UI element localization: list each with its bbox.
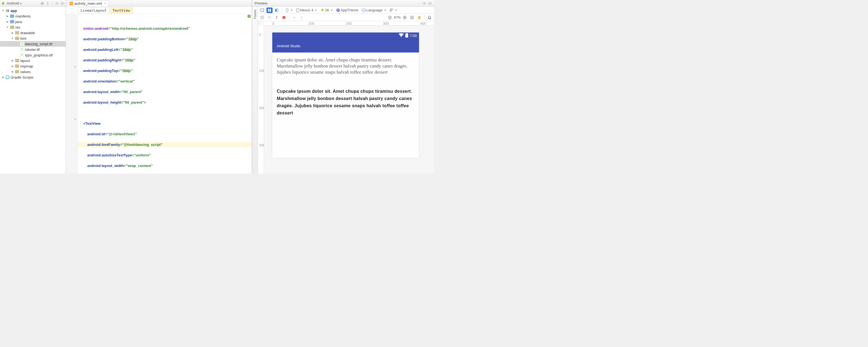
android-icon: [1, 1, 5, 5]
status-bar: 7:00: [272, 32, 419, 39]
svg-rect-9: [275, 9, 276, 12]
hide-icon[interactable]: [61, 1, 64, 5]
collapse-icon[interactable]: [46, 1, 50, 5]
target-icon[interactable]: [40, 1, 44, 5]
variant-dropdown[interactable]: ▼: [389, 8, 398, 12]
svg-rect-15: [390, 10, 391, 11]
notifications-icon[interactable]: [427, 15, 433, 20]
svg-rect-10: [277, 9, 278, 12]
svg-rect-6: [261, 9, 264, 12]
preview-canvas[interactable]: 0 100 200 300 400 0 100 200 300: [258, 21, 434, 174]
svg-point-4: [8, 10, 9, 12]
code-editor[interactable]: ✓ xmlns:android="http://schemas.android.…: [78, 14, 252, 174]
design-view-icon[interactable]: [259, 7, 265, 13]
api-dropdown[interactable]: 26▼: [319, 8, 334, 12]
tree-layout[interactable]: ▶layout: [0, 58, 66, 63]
fold-marker-icon[interactable]: ⊖: [74, 65, 76, 68]
gear-icon[interactable]: [422, 1, 426, 5]
project-view-dropdown[interactable]: Android▼: [7, 1, 22, 5]
preview-header: Preview: [252, 0, 434, 7]
editor-gutter: ⊖ ⊖: [66, 14, 78, 174]
preview-title: Preview: [254, 1, 267, 5]
svg-point-5: [424, 3, 425, 4]
device-frame: 7:00 Android Studio Cupcake ipsum dolor …: [272, 32, 419, 158]
svg-point-2: [56, 3, 58, 4]
tree-gradle-scripts[interactable]: ▶Gradle Scripts: [0, 74, 66, 80]
gear-icon[interactable]: [55, 1, 59, 5]
hide-icon[interactable]: [428, 1, 432, 5]
svg-rect-8: [270, 9, 271, 12]
warnings-icon[interactable]: [281, 15, 287, 20]
device-dropdown[interactable]: Nexus 4▼: [295, 8, 318, 12]
zoom-level: 67%: [394, 15, 401, 20]
svg-rect-12: [297, 9, 299, 12]
preview-panel: Preview Palette ▼ Nexus 4▼ 26▼ AppTheme …: [252, 0, 434, 174]
sigma-icon[interactable]: Σ: [274, 15, 280, 20]
app-bar: Android Studio: [272, 39, 419, 53]
wifi-icon: [399, 33, 404, 38]
tree-values[interactable]: ▶values: [0, 69, 66, 74]
tree-file-typo-graphica[interactable]: Ttypo_graphica.otf: [0, 52, 66, 58]
svg-rect-14: [392, 9, 393, 10]
svg-rect-13: [390, 9, 391, 10]
fold-marker-icon[interactable]: ⊖: [74, 118, 76, 121]
textview-2: Cupcake ipsum dolor sit. Amet chupa chup…: [277, 88, 414, 117]
tree-app[interactable]: ▼app: [0, 8, 66, 13]
breadcrumb-linearlayout[interactable]: LinearLayout: [78, 7, 110, 13]
both-view-icon[interactable]: [274, 7, 280, 13]
project-tree: ▼app ▶manifests ▶java ▼res ▶drawable ▼fo…: [0, 7, 66, 174]
language-dropdown[interactable]: Language▼: [361, 8, 388, 12]
svg-rect-23: [406, 33, 407, 34]
tree-java[interactable]: ▶java: [0, 19, 66, 25]
tab-activity-main[interactable]: <> activity_main.xml ×: [67, 0, 109, 6]
ruler-horizontal: 0 100 200 300 400: [264, 21, 434, 26]
zoom-out-icon[interactable]: [387, 15, 393, 20]
zoom-in-icon[interactable]: [402, 15, 408, 20]
orientation-dropdown[interactable]: ▼: [284, 8, 294, 12]
xml-file-icon: <>: [69, 2, 73, 5]
tree-res[interactable]: ▼res: [0, 25, 66, 30]
preview-toolbar: ▼ Nexus 4▼ 26▼ AppTheme Language▼ ▼: [258, 7, 434, 14]
svg-point-1: [42, 3, 42, 3]
svg-rect-22: [405, 34, 408, 37]
blueprint-view-icon[interactable]: [267, 7, 273, 13]
ruler-vertical: 0 100 200 300: [258, 26, 264, 174]
svg-rect-16: [261, 16, 264, 19]
expand-v-icon[interactable]: ↕: [299, 15, 305, 20]
expand-h-icon[interactable]: ↔: [291, 15, 297, 20]
theme-dropdown[interactable]: AppTheme: [335, 8, 360, 12]
tree-file-lobster[interactable]: Tlobster.ttf: [0, 47, 66, 52]
project-toolbar: Android▼: [0, 0, 66, 7]
status-time: 7:00: [410, 34, 417, 38]
svg-rect-17: [283, 16, 286, 19]
preview-toolbar-2: Σ ↔ ↕ 67% ✋: [258, 14, 434, 21]
palette-tab[interactable]: Palette: [252, 7, 258, 174]
editor-tabs: <> activity_main.xml ×: [66, 0, 252, 7]
palette-icon[interactable]: [259, 15, 265, 20]
project-panel: Android▼ ▼app ▶manifests ▶java ▼res ▶dra…: [0, 0, 66, 174]
tab-label: activity_main.xml: [74, 1, 102, 5]
breadcrumb-textview[interactable]: TextView: [110, 7, 133, 13]
app-title: Android Studio: [277, 44, 300, 48]
svg-rect-20: [411, 16, 414, 19]
inspection-ok-icon[interactable]: ✓: [248, 15, 251, 18]
tree-drawable[interactable]: ▶drawable: [0, 30, 66, 36]
tree-mipmap[interactable]: ▶mipmap: [0, 63, 66, 69]
svg-rect-11: [286, 8, 288, 12]
tree-file-dancing-script[interactable]: Tdancing_script.ttf: [0, 41, 66, 47]
tree-manifests[interactable]: ▶manifests: [0, 13, 66, 19]
editor-panel: <> activity_main.xml × LinearLayoutTextV…: [66, 0, 252, 174]
pan-icon[interactable]: ✋: [416, 15, 422, 20]
battery-icon: [405, 33, 408, 38]
refresh-icon[interactable]: [267, 15, 273, 20]
svg-rect-7: [268, 9, 269, 12]
tree-font[interactable]: ▼font: [0, 36, 66, 41]
textview-1: Cupcake ipsum dolor sit. Amet chupa chup…: [277, 57, 414, 75]
breadcrumb: LinearLayoutTextView: [66, 7, 252, 14]
close-icon[interactable]: ×: [104, 1, 106, 5]
svg-rect-21: [411, 17, 413, 18]
zoom-fit-icon[interactable]: [409, 15, 415, 20]
